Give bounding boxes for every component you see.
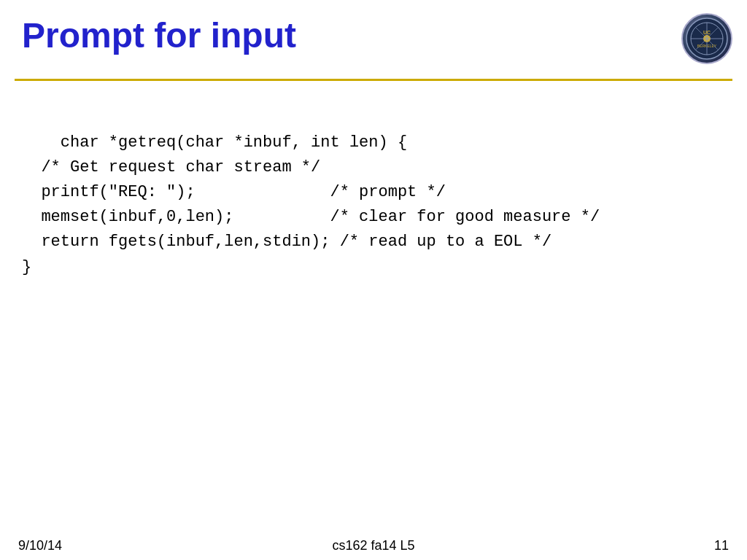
svg-text:UC: UC xyxy=(703,30,711,35)
footer-date: 9/10/14 xyxy=(18,538,62,553)
logo-svg: UC BERKELEY xyxy=(685,17,729,61)
code-line-3: printf("REQ: "); /* prompt */ xyxy=(22,183,446,201)
code-line-1: char *getreq(char *inbuf, int len) { xyxy=(61,133,407,152)
svg-text:BERKELEY: BERKELEY xyxy=(697,44,717,48)
code-line-5: return fgets(inbuf,len,stdin); /* read u… xyxy=(22,233,551,251)
slide-title: Prompt for input xyxy=(22,17,296,55)
footer-page: 11 xyxy=(714,538,729,553)
header-divider xyxy=(15,79,732,81)
code-line-2: /* Get request char stream */ xyxy=(22,158,320,176)
footer-course: cs162 fa14 L5 xyxy=(332,538,414,553)
code-line-4: memset(inbuf,0,len); /* clear for good m… xyxy=(22,208,600,226)
footer: 9/10/14 cs162 fa14 L5 11 xyxy=(0,531,747,560)
header: Prompt for input UC BERKELEY xyxy=(0,0,747,80)
slide-container: Prompt for input UC BERKELEY char *getre… xyxy=(0,0,747,560)
code-block: char *getreq(char *inbuf, int len) { /* … xyxy=(22,106,725,305)
code-line-6: } xyxy=(22,258,31,276)
university-logo: UC BERKELEY xyxy=(681,13,732,64)
